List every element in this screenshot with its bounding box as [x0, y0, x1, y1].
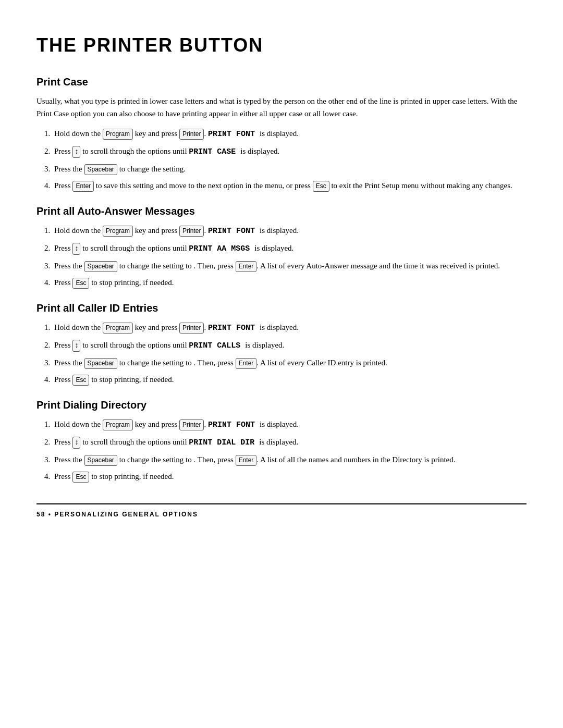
scroll-key: ↕ — [72, 146, 80, 157]
key-button: Program — [103, 323, 133, 334]
step-item: Press Esc to stop printing, if needed. — [52, 470, 527, 483]
key-button: Program — [103, 129, 133, 140]
step-item: Press Esc to stop printing, if needed. — [52, 373, 527, 386]
section-title-print-dialing-directory: Print Dialing Directory — [36, 397, 527, 413]
key-button: Enter — [236, 455, 257, 466]
step-item: Hold down the Program key and press Prin… — [52, 224, 527, 238]
main-content: Print CaseUsually, what you type is prin… — [36, 74, 527, 483]
step-item: Press the Spacebar to change the setting… — [52, 260, 527, 272]
key-button: Spacebar — [84, 358, 117, 369]
section-intro: Usually, what you type is printed in low… — [36, 95, 527, 120]
step-item: Press the Spacebar to change the setting… — [52, 163, 527, 175]
display-text: PRINT FONT — [208, 421, 260, 429]
section-print-aa-messages: Print all Auto-Answer MessagesHold down … — [36, 203, 527, 289]
section-print-case: Print CaseUsually, what you type is prin… — [36, 74, 527, 192]
step-item: Press ↕ to scroll through the options un… — [52, 436, 527, 449]
key-button: Enter — [236, 261, 257, 272]
step-item: Press ↕ to scroll through the options un… — [52, 242, 527, 255]
section-print-dialing-directory: Print Dialing DirectoryHold down the Pro… — [36, 397, 527, 483]
section-title-print-caller-id: Print all Caller ID Entries — [36, 300, 527, 316]
footer: 58 • PERSONALIZING GENERAL OPTIONS — [36, 503, 527, 519]
key-button: Printer — [179, 226, 204, 237]
key-button: Esc — [72, 472, 89, 483]
step-item: Press the Spacebar to change the setting… — [52, 356, 527, 369]
key-button: Program — [103, 419, 133, 430]
key-button: Printer — [179, 129, 204, 140]
page-title: THE PRINTER BUTTON — [36, 31, 527, 59]
key-button: Esc — [72, 375, 89, 386]
step-item: Press Esc to stop printing, if needed. — [52, 276, 527, 289]
display-text: PRINT CASE — [189, 147, 240, 156]
step-item: Press ↕ to scroll through the options un… — [52, 339, 527, 352]
step-item: Press the Spacebar to change the setting… — [52, 453, 527, 466]
step-list: Hold down the Program key and press Prin… — [52, 127, 527, 192]
section-title-print-case: Print Case — [36, 74, 527, 90]
display-text: PRINT FONT — [208, 130, 260, 139]
key-button: Spacebar — [84, 261, 117, 272]
key-button: Spacebar — [84, 164, 117, 175]
step-list: Hold down the Program key and press Prin… — [52, 418, 527, 483]
display-text: PRINT DIAL DIR — [189, 438, 259, 447]
key-button: Program — [103, 226, 133, 237]
key-button: Enter — [236, 358, 257, 369]
key-button: Esc — [72, 278, 89, 289]
step-item: Hold down the Program key and press Prin… — [52, 418, 527, 431]
step-item: Hold down the Program key and press Prin… — [52, 321, 527, 335]
section-title-print-aa-messages: Print all Auto-Answer Messages — [36, 203, 527, 219]
step-list: Hold down the Program key and press Prin… — [52, 321, 527, 386]
step-item: Hold down the Program key and press Prin… — [52, 127, 527, 141]
scroll-key: ↕ — [72, 243, 80, 254]
scroll-key: ↕ — [72, 437, 80, 448]
step-list: Hold down the Program key and press Prin… — [52, 224, 527, 289]
section-print-caller-id: Print all Caller ID EntriesHold down the… — [36, 300, 527, 386]
step-item: Press Enter to save this setting and mov… — [52, 179, 527, 192]
display-text: PRINT CALLS — [189, 341, 245, 350]
key-button: Spacebar — [84, 455, 117, 466]
scroll-key: ↕ — [72, 340, 80, 351]
key-button: Printer — [179, 419, 204, 430]
key-button: Printer — [179, 323, 204, 334]
key-button: Esc — [313, 181, 329, 192]
display-text: PRINT AA MSGS — [189, 244, 254, 253]
display-text: PRINT FONT — [208, 227, 260, 236]
key-button: Enter — [72, 181, 94, 192]
display-text: PRINT FONT — [208, 324, 260, 332]
step-item: Press ↕ to scroll through the options un… — [52, 145, 527, 158]
